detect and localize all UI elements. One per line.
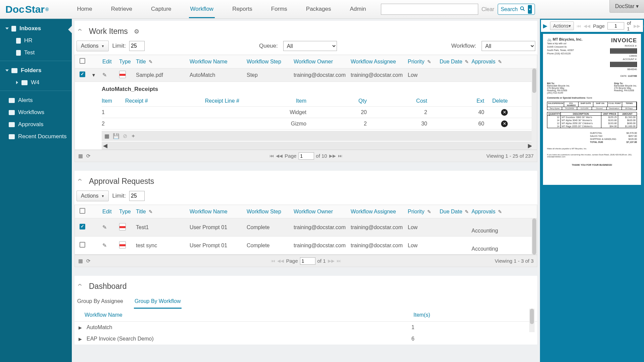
sidebar-folders[interactable]: Folders — [0, 64, 72, 76]
col-assignee[interactable]: Workflow Assignee — [348, 209, 405, 215]
grid-row[interactable]: ✎ Test1User Prompt 01 Completetraining@d… — [75, 218, 537, 237]
subgrid-row[interactable]: 2 Gizmo2 3060 ✕ — [102, 118, 534, 130]
subgrid-cancel-icon[interactable]: ⊘ — [123, 133, 127, 139]
col-assignee[interactable]: Workflow Assignee — [348, 59, 405, 65]
col-approvals[interactable]: Approvals ✎ — [469, 59, 512, 65]
col-owner[interactable]: Workflow Owner — [291, 209, 348, 215]
search-input[interactable] — [381, 4, 478, 15]
subgrid-disk-icon[interactable]: 💾 — [113, 133, 119, 139]
sidebar-link[interactable]: Alerts — [0, 94, 72, 106]
select-all-checkbox[interactable] — [80, 208, 85, 214]
col-duedate[interactable]: Due Date ✎ — [437, 209, 469, 215]
page-input[interactable] — [298, 152, 314, 160]
collapse-icon[interactable]: ⌃ — [76, 28, 84, 36]
pencil-icon[interactable]: ✎ — [147, 59, 153, 64]
nav-forms[interactable]: Forms — [270, 0, 289, 18]
subgrid-row[interactable]: 1 Widget20 240 ✕ — [102, 107, 534, 118]
subcol-receipt[interactable]: Receipt # — [125, 98, 182, 104]
collapse-icon[interactable]: ⌃ — [76, 282, 84, 291]
col-owner[interactable]: Workflow Owner — [291, 59, 348, 65]
subcol-sitem[interactable]: Item — [239, 98, 306, 104]
select-all-checkbox[interactable] — [80, 58, 85, 64]
edit-row-icon[interactable]: ✎ — [102, 224, 107, 230]
next-page-icon[interactable]: ▶▶ — [329, 153, 336, 158]
first-page-icon[interactable]: ⏮ — [577, 23, 581, 29]
document-preview[interactable]: 🚲 MT Bicycles, Inc. Take a trip with us!… — [543, 34, 641, 185]
nav-home[interactable]: Home — [76, 0, 93, 18]
search-dropdown-caret[interactable]: ▾ — [528, 5, 532, 14]
row-checkbox[interactable] — [80, 242, 85, 248]
nav-admin[interactable]: Admin — [349, 0, 367, 18]
pencil-icon[interactable]: ✎ — [464, 59, 469, 64]
nav-reports[interactable]: Reports — [231, 0, 254, 18]
gear-icon[interactable]: ⚙ — [134, 28, 139, 35]
next-page-icon[interactable]: ▶▶ — [634, 23, 640, 29]
queue-select[interactable]: All — [283, 41, 337, 51]
grid-settings-icon[interactable]: ▦ — [78, 258, 83, 264]
delete-row-icon[interactable]: ✕ — [501, 109, 508, 116]
first-page-icon[interactable]: ⏮ — [269, 153, 274, 158]
nav-retrieve[interactable]: Retrieve — [110, 0, 134, 18]
grid-settings-icon[interactable]: ▦ — [78, 153, 83, 159]
col-priority[interactable]: Priority ✎ — [405, 209, 437, 215]
sidebar-folder-item[interactable]: W4 — [0, 76, 72, 89]
nav-packages[interactable]: Packages — [305, 0, 333, 18]
col-priority[interactable]: Priority ✎ — [405, 59, 437, 65]
subcol-cost[interactable]: Cost — [367, 98, 427, 104]
expand-icon[interactable]: ▶ — [79, 337, 82, 342]
grid-vscroll[interactable] — [532, 68, 537, 150]
dashboard-row[interactable]: ▶ AutoMatch1 — [75, 322, 537, 333]
logo[interactable]: DocStar® — [3, 4, 49, 15]
row-checkbox[interactable] — [80, 224, 85, 229]
prev-page-icon[interactable]: ◀◀ — [276, 153, 283, 158]
col-title[interactable]: Title ✎ — [133, 209, 187, 215]
search-button[interactable]: Search ▾ — [498, 4, 535, 15]
clear-button[interactable]: Clear — [482, 6, 494, 12]
expand-icon[interactable]: ▶ — [79, 325, 82, 330]
sidebar-link[interactable]: Recent Documents — [0, 131, 72, 143]
subcol-receiptline[interactable]: Receipt Line # — [182, 98, 239, 104]
subgrid-hscroll[interactable]: ◀▶ — [102, 142, 534, 150]
delete-row-icon[interactable]: ✕ — [501, 120, 508, 127]
actions-button[interactable]: Actions▼ — [77, 41, 109, 51]
first-page-icon[interactable]: ⏮ — [271, 258, 275, 263]
next-page-icon[interactable]: ▶▶ — [328, 258, 335, 263]
subcol-delete[interactable]: Delete — [484, 98, 518, 104]
nav-workflow[interactable]: Workflow — [189, 0, 215, 18]
col-workflow-name[interactable]: Workflow Name — [85, 312, 413, 318]
col-type[interactable]: Type — [116, 59, 133, 65]
expand-icon[interactable]: ▶ — [543, 22, 547, 30]
user-menu-button[interactable]: DocStar ▾ — [609, 0, 644, 13]
actions-button[interactable]: Actions▼ — [77, 191, 109, 201]
limit-input[interactable] — [129, 41, 145, 51]
dashboard-tab[interactable]: Group By Workflow — [134, 296, 182, 309]
sidebar-inbox-item[interactable]: Test — [0, 47, 72, 59]
sidebar-link[interactable]: Approvals — [0, 118, 72, 131]
col-wfstep[interactable]: Workflow Step — [244, 209, 291, 215]
grid-row[interactable]: ✎ test syncUser Prompt 01 Completetraini… — [75, 237, 537, 255]
sidebar-inboxes[interactable]: Inboxes — [0, 22, 72, 35]
prev-page-icon[interactable]: ◀◀ — [277, 258, 284, 263]
preview-actions-button[interactable]: Actions ▾ — [550, 21, 574, 30]
refresh-icon[interactable]: ⟳ — [86, 153, 91, 159]
pencil-icon[interactable]: ✎ — [426, 59, 431, 64]
collapse-icon[interactable]: ⌃ — [76, 177, 84, 186]
page-input[interactable] — [300, 257, 315, 265]
expand-toggle[interactable]: ▾ — [90, 72, 100, 78]
dashboard-tab[interactable]: Group By Assignee — [77, 296, 124, 309]
limit-input[interactable] — [129, 191, 145, 201]
col-approvals[interactable]: Approvals ✎ — [469, 209, 512, 215]
dashboard-vscroll[interactable] — [529, 309, 535, 332]
col-wfname[interactable]: Workflow Name — [187, 59, 244, 65]
last-page-icon[interactable]: ⏭ — [338, 153, 342, 158]
edit-row-icon[interactable]: ✎ — [102, 72, 107, 78]
sidebar-inbox-item[interactable]: HR — [0, 35, 72, 47]
last-page-icon[interactable]: ⏭ — [337, 258, 341, 263]
preview-page-input[interactable] — [607, 22, 624, 30]
refresh-icon[interactable]: ⟳ — [86, 258, 91, 264]
col-wfname[interactable]: Workflow Name — [187, 209, 244, 215]
col-items[interactable]: Item(s) — [413, 312, 430, 318]
subcol-qty[interactable]: Qty — [306, 98, 367, 104]
nav-capture[interactable]: Capture — [150, 0, 172, 18]
col-type[interactable]: Type — [116, 209, 133, 215]
